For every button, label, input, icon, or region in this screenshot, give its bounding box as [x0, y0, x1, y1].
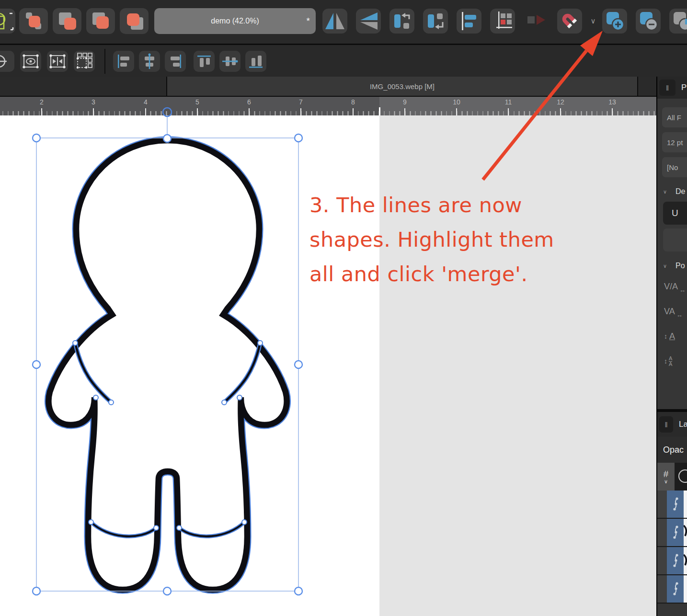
- transparency-icon: [524, 9, 549, 34]
- underline-button[interactable]: U: [663, 202, 687, 225]
- merge-add-button[interactable]: [602, 9, 627, 34]
- layer-row[interactable]: [657, 491, 687, 519]
- insert-behind-button[interactable]: [19, 8, 48, 34]
- layer-indent-gutter: [657, 491, 667, 518]
- cycle-selection-button[interactable]: [0, 51, 14, 72]
- curve-layer-icon[interactable]: [667, 519, 684, 546]
- snapping-button[interactable]: [557, 9, 582, 34]
- transparency-tool-disabled: [524, 9, 549, 34]
- h-arrow-icon: ↔: [676, 311, 683, 319]
- layer-indent-gutter: [657, 519, 667, 546]
- align-left-button[interactable]: [113, 51, 134, 72]
- chevron-down-icon: ∨: [663, 189, 667, 195]
- align-bottom-button[interactable]: [245, 51, 266, 72]
- positioning-section-header[interactable]: ∨ Po: [657, 258, 687, 274]
- chevron-down-icon: ∨: [663, 263, 667, 269]
- layer-row[interactable]: [657, 547, 687, 575]
- h-arrow-icon: ↔: [679, 286, 686, 294]
- align-top-button[interactable]: [194, 51, 215, 72]
- ruler-label: 6: [243, 98, 255, 106]
- active-document-tab[interactable]: IMG_0053.webp [M]: [166, 77, 638, 96]
- panel-drag-handle[interactable]: ‖: [659, 80, 676, 96]
- show-selection-button[interactable]: [20, 51, 41, 72]
- curve-layer-icon[interactable]: [667, 491, 684, 518]
- font-size-field[interactable]: 12 pt: [662, 132, 687, 152]
- opacity-control[interactable]: Opac: [657, 437, 687, 463]
- layers-panel-title: La: [679, 420, 687, 429]
- rotate-ccw-button[interactable]: [389, 9, 414, 34]
- annotation-line: all and click 'merge'.: [309, 257, 607, 291]
- panel-drag-handle[interactable]: ‖: [659, 416, 673, 433]
- page-edge-tick: [379, 107, 380, 115]
- align-middle-icon: [219, 51, 240, 72]
- ruler-label: 5: [191, 98, 204, 106]
- subtract-button[interactable]: [636, 9, 661, 34]
- artboard-icon: [0, 9, 15, 34]
- layer-thumbnail: [684, 491, 687, 518]
- line-spacing-control[interactable]: ↕ A A: [657, 349, 687, 374]
- ruler-label: 7: [295, 98, 307, 106]
- grid-icon: #: [664, 469, 669, 479]
- leading-control[interactable]: ↕ A: [657, 324, 687, 349]
- align-top-icon: [194, 51, 215, 72]
- document-title: IMG_0053.webp [M]: [370, 82, 435, 91]
- rotate-cw-button[interactable]: [423, 9, 448, 34]
- ruler-label: 10: [450, 98, 463, 106]
- app-window: demo (42.0%) *: [0, 0, 687, 616]
- text-style-field[interactable]: [No: [662, 157, 687, 177]
- layers-panel-header[interactable]: ‖ La: [657, 412, 687, 437]
- decoration-color-field[interactable]: [663, 228, 687, 251]
- curve-layer-icon[interactable]: [667, 547, 684, 574]
- blend-options-button[interactable]: # ∨: [657, 463, 675, 491]
- v-arrow-icon: ↕: [664, 357, 667, 365]
- toolbar-divider: [104, 49, 105, 74]
- layer-row[interactable]: [657, 519, 687, 547]
- magnet-icon: [557, 9, 582, 34]
- top-toolbar: demo (42.0%) *: [0, 0, 687, 42]
- flip-horizontal-button[interactable]: [322, 9, 347, 34]
- character-panel-header[interactable]: ‖ P: [657, 77, 687, 99]
- ruler-label: 12: [554, 98, 567, 106]
- horizontal-ruler[interactable]: 2 3 4 5 6 7 8 9 10 11 12 13: [0, 97, 656, 115]
- artboard-tool-button[interactable]: [0, 9, 15, 34]
- rotate-ccw-icon: [389, 9, 414, 34]
- ruler-label: 11: [502, 98, 515, 106]
- right-panel: ‖ P All F 12 pt [No ∨ De U ∨ Po V/A ↔ VA: [656, 77, 687, 616]
- transform-origin-button[interactable]: [490, 9, 515, 34]
- mirror-selection-button[interactable]: [47, 51, 68, 72]
- intersect-icon: [669, 9, 687, 34]
- alignment-button[interactable]: [457, 9, 481, 34]
- flip-horizontal-icon: [322, 9, 347, 34]
- stacked-a-icon: A A: [669, 356, 672, 367]
- align-center-button[interactable]: [139, 51, 160, 72]
- document-zoom-field[interactable]: demo (42.0%) *: [154, 8, 316, 34]
- align-middle-button[interactable]: [219, 51, 240, 72]
- parent-layer-row[interactable]: # ∨: [657, 463, 687, 491]
- kerning-control[interactable]: V/A ↔: [657, 274, 687, 299]
- decorations-section-header[interactable]: ∨ De: [657, 183, 687, 200]
- flip-vertical-button[interactable]: [356, 9, 381, 34]
- layer-indent-gutter: [657, 547, 667, 574]
- tracking-control[interactable]: VA ↔: [657, 299, 687, 324]
- align-right-button[interactable]: [165, 51, 186, 72]
- select-same-button[interactable]: [74, 51, 95, 72]
- align-left-icon: [113, 51, 134, 72]
- align-bottom-icon: [245, 51, 266, 72]
- zoom-label: demo (42.0%): [211, 17, 259, 25]
- align-left-icon: [457, 9, 481, 34]
- ruler-label: 9: [399, 98, 411, 106]
- curve-layer-icon[interactable]: [667, 575, 684, 603]
- ruler-label: 13: [606, 98, 618, 106]
- mirror-frame-icon: [47, 51, 68, 72]
- layer-row[interactable]: [657, 575, 687, 604]
- eye-frame-icon: [20, 51, 41, 72]
- snapping-dropdown-chevron[interactable]: ∨: [588, 17, 598, 25]
- layer-thumbnail: [684, 519, 687, 546]
- font-family-field[interactable]: All F: [662, 107, 687, 127]
- insert-on-top-button[interactable]: [53, 8, 81, 34]
- ruler-label: 3: [87, 98, 100, 106]
- insert-inside-button[interactable]: [86, 8, 115, 34]
- intersect-button[interactable]: [669, 9, 687, 34]
- insert-replace-button[interactable]: [120, 8, 149, 34]
- layer-thumbnail: [684, 547, 687, 574]
